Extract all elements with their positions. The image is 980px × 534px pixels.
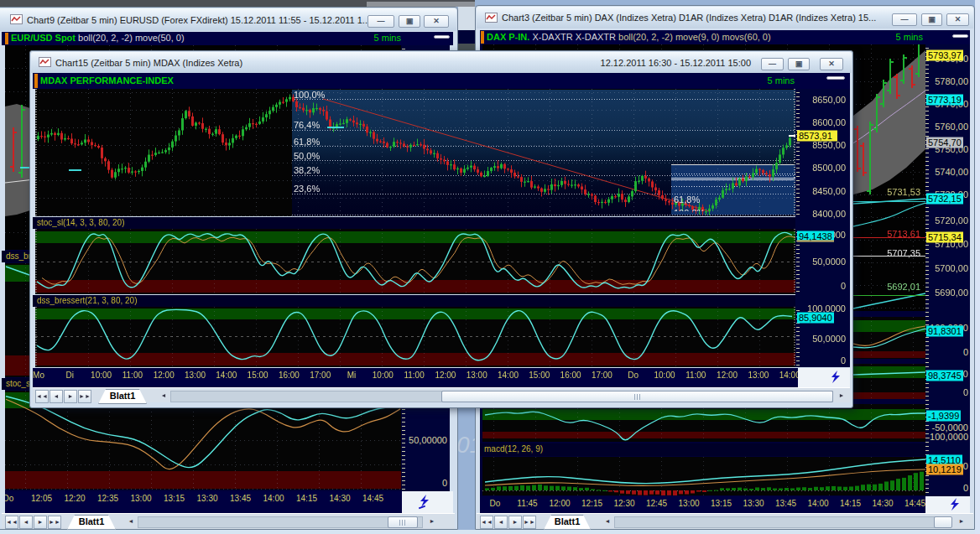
mdax-dss-scale-mid: 50,0000 xyxy=(812,334,846,344)
eurusd-interval-label: 5 mins xyxy=(374,33,401,43)
dax-scrollbar-thumb[interactable] xyxy=(934,516,952,528)
eurusd-tab-prev-button[interactable]: ◄ xyxy=(19,516,33,529)
dax-collapsed-scrollbar[interactable] xyxy=(952,34,968,38)
mdax-tab-bar: ◄◄ ◄ ► ►► Blatt1 ◄ ► xyxy=(33,387,850,402)
dax-indicator-panel-3 xyxy=(482,404,925,442)
dax-scroll-right-button[interactable]: ► xyxy=(955,516,968,529)
mdax-axis-tick: 11:00 xyxy=(685,371,706,380)
dax-axis-tick: 12:15 xyxy=(581,499,602,508)
mdax-axis-tick: 12:00 xyxy=(435,371,456,380)
mdax-legend-marker xyxy=(34,74,38,88)
eurusd-close-button[interactable]: ✕ xyxy=(424,15,449,28)
mdax-sheet-tab[interactable]: Blatt1 xyxy=(98,389,147,404)
mdax-scrollbar-thumb[interactable] xyxy=(441,391,833,402)
eurusd-titlebar[interactable]: Chart9 (Zeitbar 5 min) EURUSD (Forex FXd… xyxy=(0,8,456,31)
dax-axis-tick: 14:15 xyxy=(840,499,861,508)
mdax-window-icon xyxy=(39,57,51,67)
eurusd-scrollbar-grip xyxy=(399,520,406,526)
dax-close-button[interactable]: ✕ xyxy=(946,13,969,26)
eurusd-scrollbar-track[interactable] xyxy=(138,516,423,528)
eurusd-tab-last-button[interactable]: ►► xyxy=(48,516,61,529)
mdax-fib-label: 38,2% xyxy=(294,165,320,175)
mdax-dss-scale-zero: 0 xyxy=(841,355,846,366)
dax-restore-button[interactable]: ▣ xyxy=(921,13,942,26)
eurusd-axis-tick: 14:30 xyxy=(329,494,350,503)
mdax-scale-label: 8550,00 xyxy=(812,140,846,150)
mdax-dss-panel xyxy=(35,307,795,367)
dax-price-tag: 5773,19 xyxy=(926,95,963,106)
mdax-restore-button[interactable]: ▣ xyxy=(788,58,810,70)
dax-scrollbar-track[interactable] xyxy=(614,516,950,528)
eurusd-tab-next-button[interactable]: ► xyxy=(34,516,47,529)
mdax-scrollbar-grip xyxy=(634,394,641,400)
eurusd-axis-tick: 13:15 xyxy=(164,494,185,503)
eurusd-minimize-button[interactable]: — xyxy=(368,15,394,28)
mdax-axis-tick: 14:00 xyxy=(779,371,798,380)
eurusd-scroll-right-button[interactable]: ► xyxy=(425,516,439,529)
mdax-tab-last-button[interactable]: ►► xyxy=(78,390,91,403)
dax-titlebar[interactable]: Chart3 (Zeitbar 5 min) DAX (Indizes Xetr… xyxy=(477,7,973,29)
mdax-titlebar[interactable]: Chart15 (Zeitbar 5 min) MDAX (Indizes Xe… xyxy=(31,52,852,73)
dax-window-title: Chart3 (Zeitbar 5 min) DAX (Indizes Xetr… xyxy=(502,13,876,23)
mdax-fib-label: 100,0% xyxy=(294,90,325,100)
mdax-fib-label: 50,0% xyxy=(294,151,320,161)
dax-p1-zero: 0 xyxy=(963,347,968,357)
eurusd-symbol-label: EUR/USD Spot boll(20, 2, -2) move(50, 0) xyxy=(11,33,185,43)
mdax-tab-next-button[interactable]: ► xyxy=(64,390,77,403)
eurusd-scrollbar-thumb[interactable] xyxy=(388,516,418,528)
mdax-close-button[interactable]: ✕ xyxy=(820,58,843,70)
mdax-axis-tick: 13:00 xyxy=(467,371,487,380)
mdax-lightning-icon[interactable] xyxy=(828,370,845,386)
background-window-sliver-legend xyxy=(458,30,477,44)
eurusd-restore-button[interactable]: ▣ xyxy=(399,15,420,28)
dax-scale-label: 5690,00 xyxy=(935,288,968,298)
mdax-axis-tick: 15:00 xyxy=(248,371,268,380)
dax-scale-label: 5720,00 xyxy=(935,215,968,226)
mdax-axis-tick: Di xyxy=(66,371,74,380)
eurusd-indicators-label: boll(20, 2, -2) move(50, 0) xyxy=(76,33,185,43)
dax-scroll-left-button[interactable]: ◄ xyxy=(601,516,614,529)
mdax-axis-tick: 13:00 xyxy=(748,371,769,380)
trading-app-screen: 01 Chart9 (Zeitbar 5 min) EURUSD (Forex … xyxy=(0,0,980,534)
dax-tab-next-button[interactable]: ► xyxy=(508,516,522,529)
mdax-tab-prev-button[interactable]: ◄ xyxy=(50,390,63,403)
eurusd-tab-first-button[interactable]: ◄◄ xyxy=(5,516,18,529)
eurusd-axis-tick: Do xyxy=(5,494,13,503)
dax-axis-tick: 13:45 xyxy=(775,499,796,508)
eurusd-lightning-icon[interactable] xyxy=(417,494,434,511)
mdax-scroll-left-button[interactable]: ◄ xyxy=(157,390,170,403)
mdax-scale-label: 8600,00 xyxy=(812,117,846,127)
desktop-right-strip xyxy=(975,0,980,534)
eurusd-axis-tick: 13:45 xyxy=(230,494,251,503)
mdax-axis-tick: 12:00 xyxy=(154,371,175,380)
eurusd-sheet-tab[interactable]: Blatt1 xyxy=(67,515,116,530)
mdax-scale-label: 8450,00 xyxy=(812,186,846,196)
dax-lightning-icon[interactable] xyxy=(947,497,964,514)
dax-tab-first-button[interactable]: ◄◄ xyxy=(480,516,493,529)
dax-window-icon xyxy=(485,13,498,23)
eurusd-scroll-left-button[interactable]: ◄ xyxy=(124,516,138,529)
mdax-minimize-button[interactable]: — xyxy=(761,58,784,70)
dax-minimize-button[interactable]: — xyxy=(892,13,917,26)
dax-tab-last-button[interactable]: ►► xyxy=(523,516,536,529)
dax-p3-bot: -100,0000 xyxy=(926,432,968,442)
eurusd-collapsed-scrollbar[interactable] xyxy=(434,35,450,39)
mdax-daterange: 12.12.2011 16:30 - 15.12.2011 15:00 xyxy=(601,58,751,68)
mdax-axis-tick: 13:00 xyxy=(185,371,206,380)
mdax-fib-label: 23,6% xyxy=(294,184,320,194)
mdax-collapsed-scrollbar[interactable] xyxy=(826,76,845,80)
dax-tab-bar: ◄◄ ◄ ► ►► Blatt1 ◄ ► xyxy=(477,513,973,529)
mdax-symbol-label: MDAX PERFORMANCE-INDEX xyxy=(40,75,174,86)
dax-tab-prev-button[interactable]: ◄ xyxy=(494,516,508,529)
mdax-axis-tick: Mo xyxy=(33,371,44,380)
dax-sheet-tab[interactable]: Blatt1 xyxy=(544,515,591,530)
mdax-legend-bar: MDAX PERFORMANCE-INDEX 5 mins xyxy=(33,73,850,89)
background-window-sliver-chart xyxy=(458,44,477,50)
dax-price-tag: 5793,97 xyxy=(926,50,963,61)
mdax-time-axis: MoDi10:0011:0012:0013:0014:0015:0016:001… xyxy=(33,368,798,387)
mdax-scroll-right-button[interactable]: ► xyxy=(835,390,848,403)
dax-axis-tick: 14:45 xyxy=(904,499,925,508)
mdax-tab-first-button[interactable]: ◄◄ xyxy=(35,390,49,403)
dax-price-tag: 5732,15 xyxy=(926,194,963,205)
mdax-axis-tick: 16:00 xyxy=(560,371,581,380)
